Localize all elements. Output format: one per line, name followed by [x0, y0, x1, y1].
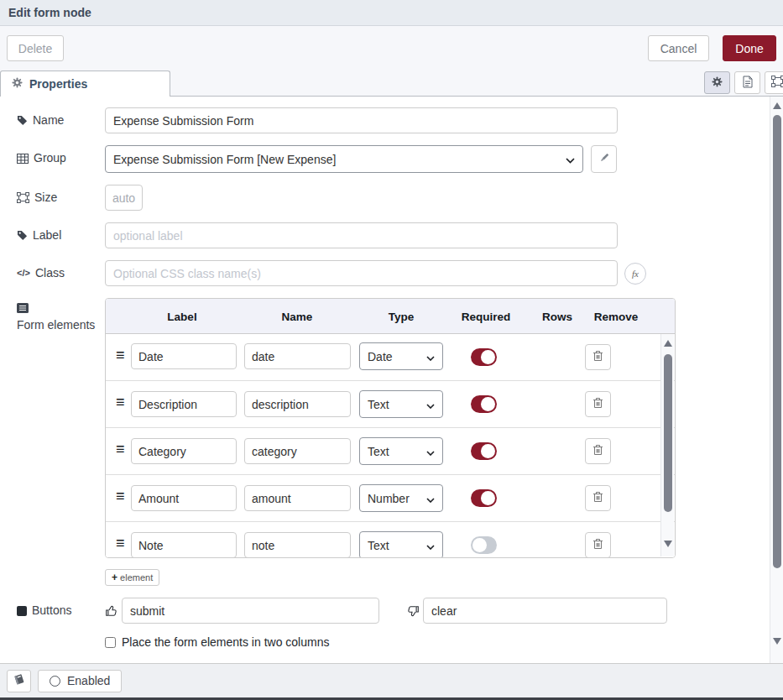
- elements-table-header: LabelNameTypeRequiredRowsRemove: [106, 299, 675, 334]
- appearance-section-button[interactable]: [765, 71, 783, 94]
- required-toggle[interactable]: [471, 348, 497, 366]
- column-header-remove: Remove: [594, 310, 639, 322]
- two-columns-label: Place the form elements in two columns: [122, 635, 329, 649]
- element-type-select[interactable]: Text: [359, 437, 443, 465]
- element-type-select[interactable]: Number: [359, 484, 443, 512]
- delete-element-button[interactable]: [585, 485, 611, 511]
- description-section-button[interactable]: [734, 71, 760, 94]
- column-header-type: Type: [389, 310, 415, 322]
- element-label-input[interactable]: [131, 532, 237, 558]
- element-label-input[interactable]: [131, 343, 237, 369]
- thumbs-up-icon: [105, 604, 118, 618]
- cancel-button[interactable]: Cancel: [648, 35, 709, 61]
- column-header-name: Name: [282, 310, 313, 322]
- delete-button[interactable]: Delete: [7, 35, 64, 61]
- delete-element-button[interactable]: [585, 391, 611, 417]
- group-row: Group Expense Submission Form [New Expen…: [17, 145, 766, 173]
- two-columns-row: Place the form elements in two columns: [105, 635, 766, 649]
- drag-handle-icon[interactable]: ≡: [116, 488, 125, 504]
- node-enabled-toggle[interactable]: Enabled: [38, 670, 122, 692]
- tab-properties-label: Properties: [29, 77, 87, 91]
- element-type-value: Date: [368, 350, 393, 363]
- element-name-input[interactable]: [244, 343, 351, 369]
- chevron-down-icon: [426, 398, 435, 411]
- chevron-down-icon: [426, 350, 435, 363]
- code-icon: </>: [17, 266, 30, 280]
- element-type-select[interactable]: Text: [359, 531, 443, 558]
- size-auto-button[interactable]: auto: [105, 185, 143, 211]
- delete-element-button[interactable]: [585, 438, 611, 464]
- gear-icon: [712, 76, 723, 90]
- drag-handle-icon[interactable]: ≡: [116, 441, 125, 457]
- tab-bar: Properties: [0, 71, 783, 97]
- name-row: Name: [17, 107, 766, 133]
- submit-button-text-input[interactable]: [122, 598, 379, 624]
- label-label: Label: [17, 222, 105, 243]
- element-type-select[interactable]: Text: [359, 390, 443, 418]
- name-input[interactable]: [105, 107, 618, 133]
- square-icon: [17, 606, 27, 616]
- scroll-up-icon[interactable]: [773, 102, 781, 109]
- drag-handle-icon[interactable]: ≡: [116, 535, 125, 551]
- required-toggle[interactable]: [471, 442, 497, 460]
- group-select[interactable]: Expense Submission Form [New Expense]: [105, 145, 583, 173]
- panel-scrollbar[interactable]: [770, 97, 783, 663]
- element-name-input[interactable]: [244, 532, 351, 558]
- properties-section-button[interactable]: [704, 71, 730, 94]
- drag-handle-icon[interactable]: ≡: [116, 347, 125, 363]
- clear-button-text-input[interactable]: [423, 598, 667, 624]
- node-help-button[interactable]: [7, 670, 31, 692]
- dynamic-class-badge[interactable]: fx: [624, 263, 646, 285]
- delete-element-button[interactable]: [585, 532, 611, 558]
- buttons-row: Buttons: [17, 598, 766, 624]
- form-elements-label: Form elements: [17, 298, 105, 332]
- form-element-row: ≡Text: [106, 521, 675, 558]
- group-label: Group: [17, 145, 105, 165]
- delete-element-button[interactable]: [585, 344, 611, 370]
- table-icon: [17, 154, 29, 164]
- object-group-icon: [771, 76, 783, 90]
- tab-properties[interactable]: Properties: [0, 71, 170, 97]
- done-button[interactable]: Done: [723, 35, 776, 61]
- edit-group-button[interactable]: [591, 145, 617, 173]
- form-element-row: ≡Date: [106, 334, 675, 380]
- form-element-row: ≡Number: [106, 474, 675, 521]
- scroll-down-icon[interactable]: [664, 541, 672, 547]
- toolbar-right-group: Cancel Done: [648, 35, 776, 61]
- add-element-label: element: [120, 572, 153, 582]
- column-header-required: Required: [462, 310, 511, 322]
- class-label-text: Class: [35, 266, 65, 280]
- scroll-down-icon[interactable]: [773, 638, 781, 645]
- scrollbar-thumb[interactable]: [664, 354, 672, 512]
- form-element-row: ≡Text: [106, 427, 675, 474]
- elements-scrollbar[interactable]: [660, 334, 674, 556]
- element-label-input[interactable]: [131, 485, 237, 511]
- element-name-input[interactable]: [244, 438, 351, 464]
- element-name-input[interactable]: [244, 391, 351, 417]
- scrollbar-thumb[interactable]: [773, 115, 781, 568]
- elements-editor: LabelNameTypeRequiredRowsRemove ≡Date≡Te…: [105, 298, 676, 586]
- gear-icon: [12, 77, 23, 91]
- label-input[interactable]: [105, 222, 618, 248]
- required-toggle[interactable]: [471, 395, 497, 413]
- trash-icon: [592, 444, 603, 458]
- chevron-down-icon: [426, 492, 435, 505]
- dialog-footer: Enabled: [0, 663, 783, 697]
- two-columns-checkbox[interactable]: [105, 637, 116, 648]
- class-row: </> Class fx: [17, 260, 766, 286]
- required-toggle[interactable]: [471, 536, 497, 554]
- element-name-input[interactable]: [244, 485, 351, 511]
- trash-icon: [592, 350, 603, 364]
- element-type-select[interactable]: Date: [359, 342, 443, 370]
- chevron-down-icon: [426, 539, 435, 552]
- drag-handle-icon[interactable]: ≡: [116, 394, 125, 410]
- required-toggle[interactable]: [471, 489, 497, 507]
- pencil-icon: [598, 152, 610, 166]
- scroll-up-icon[interactable]: [664, 340, 672, 347]
- add-element-button[interactable]: + element: [105, 569, 159, 586]
- element-type-value: Text: [368, 398, 389, 411]
- element-label-input[interactable]: [131, 438, 237, 464]
- class-input[interactable]: [105, 260, 618, 286]
- list-alt-icon: [17, 303, 29, 313]
- element-label-input[interactable]: [131, 391, 237, 417]
